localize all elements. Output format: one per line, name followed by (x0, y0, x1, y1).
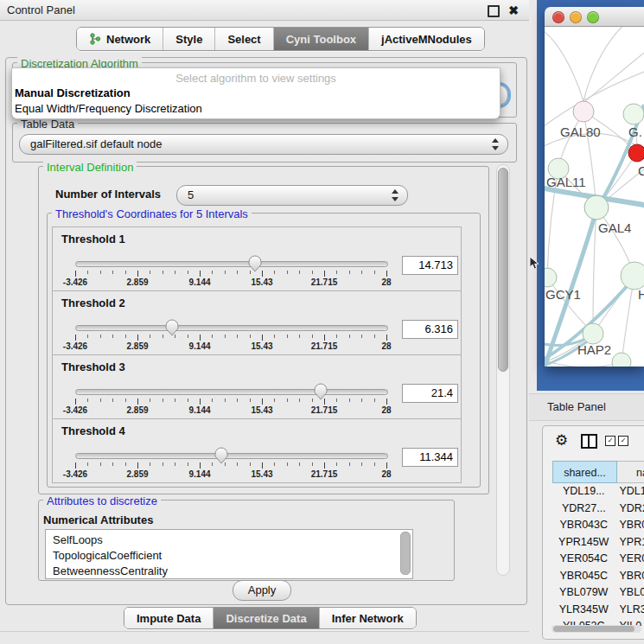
tick-mark (361, 399, 362, 402)
cell-name[interactable]: YDL1 (615, 483, 644, 501)
network-node[interactable] (612, 353, 631, 367)
tab-cyni-toolbox-label: Cyni Toolbox (286, 33, 356, 46)
table-row[interactable]: YER054CYER0 (552, 551, 644, 568)
network-node[interactable] (573, 101, 594, 122)
apply-button[interactable]: Apply (233, 580, 291, 601)
network-edge[interactable] (583, 53, 644, 103)
network-node[interactable] (584, 195, 609, 220)
cell-shared-name[interactable]: YPR145W (552, 534, 615, 552)
network-node[interactable] (623, 104, 644, 124)
tick-mark (336, 399, 337, 402)
slider-thumb[interactable] (247, 254, 263, 272)
tick-mark (112, 271, 113, 274)
slider-thumb[interactable] (214, 446, 229, 464)
tick-mark (336, 462, 337, 466)
cell-shared-name[interactable]: YBL079W (552, 584, 615, 602)
numerical-attributes-list[interactable]: SelfLoopsTopologicalCoefficientBetweenne… (45, 529, 413, 579)
slider-track[interactable] (75, 389, 388, 395)
cell-name[interactable]: YER0 (615, 551, 644, 568)
tab-style[interactable]: Style (163, 28, 215, 50)
cell-name[interactable]: YBR0 (615, 568, 644, 585)
tick-mark (125, 462, 126, 466)
table-row[interactable]: YDL19...YDL1 (552, 483, 644, 501)
close-icon[interactable]: ✖ (508, 1, 519, 20)
cell-name[interactable]: YPR1 (615, 534, 644, 552)
tick-mark (212, 399, 213, 402)
network-edge[interactable] (545, 29, 583, 101)
tab-discretize-data[interactable]: Discretize Data (214, 608, 319, 628)
cell-name[interactable]: YLR3 (615, 602, 644, 619)
table-row[interactable]: YBR045CYBR0 (552, 568, 644, 585)
column-header-shared-name[interactable]: shared... (552, 461, 617, 483)
close-light-icon[interactable] (552, 11, 564, 23)
float-window-icon[interactable] (488, 5, 500, 17)
dropdown-item-manual-discretization[interactable]: Manual Discretization (15, 86, 131, 99)
slider-track[interactable] (75, 453, 388, 459)
table-row[interactable]: YDR27...YDR2 (552, 501, 644, 518)
tick-mark (163, 271, 163, 274)
table-row[interactable]: YBR043CYBR0 (552, 517, 644, 534)
tab-select[interactable]: Select (215, 28, 273, 50)
gear-icon[interactable]: ⚙ (555, 432, 568, 450)
table-hscrollbar-track[interactable] (552, 625, 641, 633)
threshold-value-field[interactable]: 6.316 (402, 320, 458, 339)
tick-mark (188, 335, 188, 338)
cell-name[interactable]: YBL0 (615, 584, 644, 602)
tick-mark (225, 462, 226, 466)
table-data-combobox[interactable]: galFiltered.sif default node (19, 134, 508, 155)
slider-track[interactable] (75, 325, 388, 331)
network-canvas[interactable]: GAL80G.CGAL11GAL4GCY1HHAP2 (545, 27, 644, 367)
dropdown-item-equal-width-frequency[interactable]: Equal Width/Frequency Discretization (15, 102, 202, 115)
tab-network[interactable]: Network (77, 28, 163, 50)
table-row[interactable]: YPR145WYPR1 (552, 534, 644, 552)
settings-scrollbar-track[interactable] (496, 164, 510, 576)
zoom-light-icon[interactable] (587, 11, 599, 23)
network-node[interactable] (545, 268, 557, 287)
cell-name[interactable]: YDR2 (615, 501, 644, 518)
threshold-value-field[interactable]: 14.713 (402, 256, 458, 275)
tab-impute-data[interactable]: Impute Data (124, 608, 214, 628)
column-header-name[interactable]: na (617, 461, 644, 483)
columns-icon[interactable] (581, 434, 597, 449)
slider-thumb[interactable] (164, 318, 180, 336)
combo-arrows-icon (392, 189, 399, 201)
network-node-label: G. (628, 124, 642, 139)
network-node[interactable] (583, 323, 603, 344)
table-row[interactable]: YBL079WYBL0 (552, 584, 644, 602)
cell-shared-name[interactable]: YER054C (552, 551, 615, 568)
number-of-intervals-combobox[interactable]: 5 (176, 185, 408, 206)
threshold-value-field[interactable]: 21.4 (402, 384, 458, 403)
cell-shared-name[interactable]: YBR045C (552, 568, 615, 585)
list-scrollbar-thumb[interactable] (400, 532, 411, 575)
cell-shared-name[interactable]: YBR043C (552, 517, 615, 534)
minimize-light-icon[interactable] (570, 11, 582, 23)
tick-mark (125, 335, 126, 338)
network-window-titlebar[interactable] (545, 7, 644, 27)
tick-label: 21.715 (311, 341, 338, 351)
tab-infer-network[interactable]: Infer Network (320, 608, 416, 628)
cell-shared-name[interactable]: YLR345W (552, 602, 615, 619)
tick-mark (175, 271, 175, 274)
list-item[interactable]: BetweennessCentrality (46, 564, 412, 579)
tab-jactivemnodules-label: jActiveMNodules (381, 33, 472, 46)
window-traffic-lights (552, 11, 599, 23)
network-node[interactable] (621, 262, 644, 290)
table-row[interactable]: YLR345WYLR3 (552, 602, 644, 619)
settings-scrollbar-thumb[interactable] (498, 168, 508, 372)
slider-scale-labels: -3.4262.8599.14415.4321.71528 (75, 277, 387, 288)
list-item[interactable]: TopologicalCoefficient (46, 548, 412, 564)
tick-mark (150, 462, 150, 466)
tab-jactivemnodules[interactable]: jActiveMNodules (369, 28, 484, 50)
threshold-value-field[interactable]: 11.344 (402, 448, 458, 467)
cell-shared-name[interactable]: YDR27... (552, 501, 615, 518)
network-edge[interactable] (583, 27, 627, 101)
cell-name[interactable]: YBR0 (615, 517, 644, 534)
list-item[interactable]: SelfLoops (46, 532, 412, 548)
tab-cyni-toolbox[interactable]: Cyni Toolbox (274, 28, 369, 50)
cell-shared-name[interactable]: YDL19... (552, 483, 615, 501)
slider-thumb[interactable] (313, 382, 328, 400)
network-node[interactable] (628, 144, 644, 162)
slider-track[interactable] (75, 261, 388, 267)
table-hscrollbar-thumb[interactable] (553, 626, 634, 632)
checkbox-pair-icon[interactable]: ✓ ✓ (605, 436, 628, 446)
